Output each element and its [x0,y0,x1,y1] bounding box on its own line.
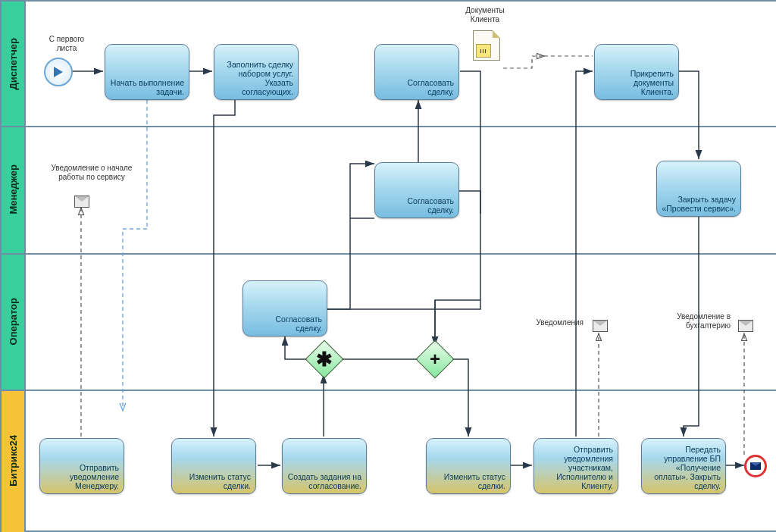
start-label: С первого листа [39,35,94,53]
envelope-icon [738,320,753,332]
envelope-icon [593,320,608,332]
notify-start-label: Уведомление о начале работы по сервису [50,164,133,182]
task-fill-deal[interactable]: Заполнить сделку набором услуг. Указать … [214,44,299,100]
link-catch-event[interactable] [44,58,73,86]
task-approve-manager[interactable]: Согласовать сделку. [374,162,459,218]
parallel-gateway[interactable]: + [421,346,449,373]
message-end-event[interactable] [744,455,767,477]
task-approve-dispatcher[interactable]: Согласовать сделку. [374,44,459,100]
task-change-status-2[interactable]: Изменить статус сделки. [426,438,511,494]
lane-header-bitrix: Битрикс24 [2,390,26,532]
lane-separator [2,253,776,255]
task-close-service-task[interactable]: Закрыть задачу «Провести сервис». [656,161,741,217]
envelope-icon [74,196,89,208]
task-handoff-bp[interactable]: Передать управление БП «Получение оплаты… [641,438,726,494]
lane-header-manager: Менеджер [2,126,26,253]
notify-accounting-label: Уведомление в бухгалтерию [668,312,731,330]
task-create-approval-tasks[interactable]: Создать задания на согласование. [282,438,367,494]
task-attach-docs[interactable]: Прикрепить документы Клиента. [594,44,679,100]
task-approve-operator[interactable]: Согласовать сделку. [242,280,327,336]
data-object-icon: III [473,30,500,65]
complex-gateway[interactable]: ✱ [311,346,338,373]
lane-header-operator: Оператор [2,253,26,390]
lane-separator [2,390,776,391]
task-start-work[interactable]: Начать выполнение задачи. [105,44,189,100]
task-change-status-1[interactable]: Изменить статус сделки. [171,438,256,494]
bpmn-diagram: Диспетчер Менеджер Оператор Битрикс24 [0,0,776,532]
lane-header-dispatcher: Диспетчер [2,2,26,126]
doc-label: Документы Клиента [455,6,515,24]
notifications-label: Уведомления [523,318,584,327]
task-send-notifications[interactable]: Отправить уведомления участникам, Исполн… [534,438,618,494]
lane-separator [2,126,776,127]
task-notify-manager[interactable]: Отправить уведомление Менеджеру. [39,438,124,494]
